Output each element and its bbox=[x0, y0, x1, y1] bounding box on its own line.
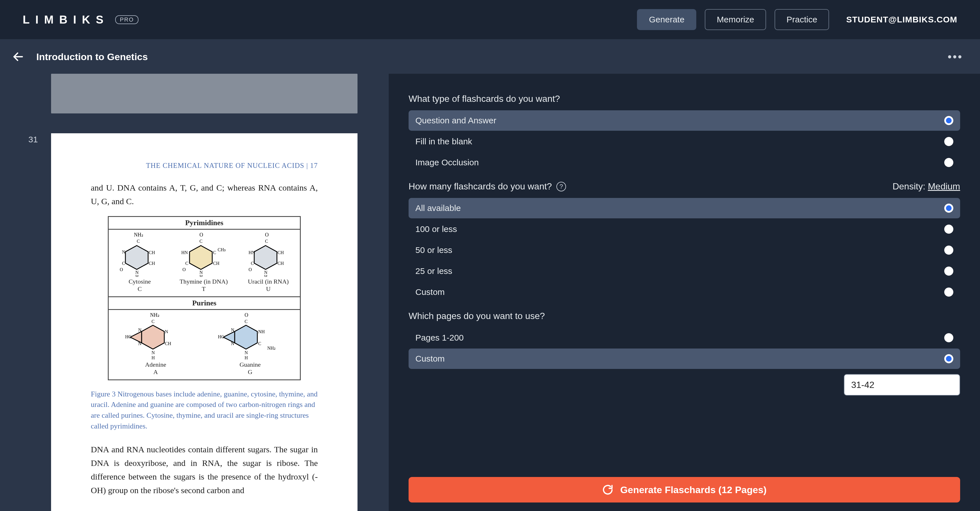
svg-text:C: C bbox=[185, 261, 188, 266]
nav-generate-button[interactable]: Generate bbox=[637, 9, 696, 30]
flashcard-type-label: What type of flashcards do you want? bbox=[409, 94, 960, 104]
custom-pages-input[interactable] bbox=[844, 374, 960, 395]
svg-text:N: N bbox=[138, 327, 142, 332]
option-50-or-less[interactable]: 50 or less bbox=[409, 240, 960, 260]
option-image-occlusion-label: Image Occlusion bbox=[415, 158, 479, 167]
figure-row-pyrimidines: NH₂ C N CH C CH O N H CytosineC bbox=[109, 229, 300, 296]
radio-icon bbox=[944, 354, 953, 363]
svg-marker-13 bbox=[189, 246, 212, 270]
option-question-answer[interactable]: Question and Answer bbox=[409, 110, 960, 131]
adenine-label: Adenine bbox=[145, 361, 166, 368]
svg-text:O: O bbox=[248, 267, 252, 272]
radio-icon bbox=[944, 137, 953, 146]
molecule-thymine: O C HN C CH₃ C CH O N H Thymine (i bbox=[180, 232, 228, 293]
user-email[interactable]: STUDENT@LIMBIKS.COM bbox=[846, 15, 957, 24]
cytosine-label: Cytosine bbox=[129, 278, 151, 285]
svg-text:H: H bbox=[245, 355, 248, 360]
back-button[interactable] bbox=[11, 50, 25, 63]
guanine-structure-icon: O C NH HC N N C NH₂ N H bbox=[216, 312, 284, 360]
option-all-pages[interactable]: Pages 1-200 bbox=[409, 327, 960, 348]
figure-nitrogenous-bases: Pyrimidines NH₂ C N CH C CH O N bbox=[108, 216, 301, 380]
generate-flashcards-button[interactable]: Generate Flaschards (12 Pages) bbox=[409, 477, 960, 503]
flashcard-count-label: How many flashcards do you want? ? Densi… bbox=[409, 181, 960, 192]
svg-text:O: O bbox=[245, 312, 248, 318]
svg-text:NH₂: NH₂ bbox=[134, 232, 143, 238]
option-25-or-less[interactable]: 25 or less bbox=[409, 261, 960, 281]
top-header: LIMBIKS PRO Generate Memorize Practice S… bbox=[0, 0, 980, 40]
option-question-answer-label: Question and Answer bbox=[415, 116, 496, 125]
figure-caption: Figure 3 Nitrogenous bases include adeni… bbox=[91, 389, 318, 432]
option-count-custom[interactable]: Custom bbox=[409, 282, 960, 302]
svg-text:O: O bbox=[120, 267, 123, 272]
svg-text:O: O bbox=[183, 267, 186, 272]
option-100-or-less[interactable]: 100 or less bbox=[409, 219, 960, 239]
svg-text:H: H bbox=[135, 274, 139, 277]
svg-marker-45 bbox=[235, 325, 257, 349]
document-preview-pane: 31 THE CHEMICAL NATURE OF NUCLEIC ACIDS … bbox=[0, 74, 389, 511]
option-pages-custom[interactable]: Custom bbox=[409, 349, 960, 369]
svg-text:NH₂: NH₂ bbox=[150, 312, 159, 318]
guanine-symbol: G bbox=[248, 368, 253, 375]
svg-text:HC: HC bbox=[125, 334, 131, 339]
thymine-symbol: T bbox=[202, 285, 205, 292]
svg-text:C: C bbox=[199, 239, 203, 244]
previous-page-stub bbox=[51, 74, 358, 113]
radio-icon bbox=[944, 287, 953, 297]
radio-icon bbox=[944, 158, 953, 167]
thymine-structure-icon: O C HN C CH₃ C CH O N H bbox=[180, 232, 228, 277]
uracil-symbol: U bbox=[266, 285, 270, 292]
svg-text:CH: CH bbox=[277, 261, 284, 266]
molecule-uracil: O C HN CH C CH O N H Uracil (in RNA)U bbox=[248, 232, 288, 293]
svg-text:HN: HN bbox=[248, 250, 255, 255]
option-fill-in-blank[interactable]: Fill in the blank bbox=[409, 131, 960, 152]
generate-flashcards-label: Generate Flaschards (12 Pages) bbox=[620, 484, 767, 495]
option-all-available[interactable]: All available bbox=[409, 198, 960, 218]
radio-icon bbox=[944, 225, 953, 234]
svg-text:NH: NH bbox=[258, 329, 265, 334]
nav-practice-button[interactable]: Practice bbox=[775, 9, 829, 30]
nav-memorize-button[interactable]: Memorize bbox=[705, 9, 766, 30]
svg-text:C: C bbox=[265, 239, 268, 244]
pages-group: Pages 1-200 Custom bbox=[409, 327, 960, 395]
figure-subtitle-purines: Purines bbox=[109, 296, 300, 309]
svg-marker-34 bbox=[142, 325, 164, 349]
radio-icon bbox=[944, 333, 953, 342]
book-page[interactable]: THE CHEMICAL NATURE OF NUCLEIC ACIDS | 1… bbox=[51, 133, 358, 511]
thymine-label: Thymine (in DNA) bbox=[180, 278, 228, 285]
svg-text:C: C bbox=[251, 261, 254, 266]
svg-text:CH₃: CH₃ bbox=[218, 247, 226, 252]
svg-marker-3 bbox=[126, 246, 148, 270]
svg-text:N: N bbox=[165, 329, 168, 334]
svg-text:CH: CH bbox=[165, 341, 171, 346]
brand-block: LIMBIKS PRO bbox=[23, 13, 138, 26]
svg-text:N: N bbox=[245, 350, 248, 355]
breadcrumb-bar: Introduction to Genetics ••• bbox=[0, 40, 980, 74]
svg-text:C: C bbox=[151, 319, 154, 324]
flashcard-count-group: All available 100 or less 50 or less 25 … bbox=[409, 198, 960, 302]
refresh-icon bbox=[602, 484, 613, 495]
svg-text:CH: CH bbox=[149, 250, 155, 255]
option-fill-in-blank-label: Fill in the blank bbox=[415, 136, 472, 146]
svg-text:O: O bbox=[265, 232, 269, 238]
option-pages-custom-label: Custom bbox=[415, 354, 445, 363]
svg-text:C: C bbox=[258, 341, 261, 346]
option-all-pages-label: Pages 1-200 bbox=[415, 333, 464, 343]
generation-options-pane: What type of flashcards do you want? Que… bbox=[389, 74, 980, 511]
uracil-label: Uracil (in RNA) bbox=[248, 278, 288, 285]
help-icon[interactable]: ? bbox=[557, 182, 566, 191]
more-menu-button[interactable]: ••• bbox=[942, 51, 969, 63]
adenine-structure-icon: NH₂ C N HC N N CH N H bbox=[124, 312, 187, 360]
option-25-or-less-label: 25 or less bbox=[415, 266, 452, 276]
svg-text:CH: CH bbox=[277, 250, 284, 255]
radio-icon bbox=[944, 116, 953, 125]
option-image-occlusion[interactable]: Image Occlusion bbox=[409, 152, 960, 173]
cytosine-structure-icon: NH₂ C N CH C CH O N H bbox=[120, 232, 159, 277]
page-paragraph-1: and U. DNA contains A, T, G, and C; wher… bbox=[91, 181, 318, 208]
svg-text:N: N bbox=[151, 350, 155, 355]
svg-text:HC: HC bbox=[218, 334, 224, 339]
page-title: Introduction to Genetics bbox=[36, 51, 148, 62]
svg-text:NH₂: NH₂ bbox=[267, 346, 275, 351]
flashcard-type-group: Question and Answer Fill in the blank Im… bbox=[409, 110, 960, 173]
density-indicator[interactable]: Density: Medium bbox=[892, 181, 960, 192]
svg-text:N: N bbox=[138, 341, 142, 346]
